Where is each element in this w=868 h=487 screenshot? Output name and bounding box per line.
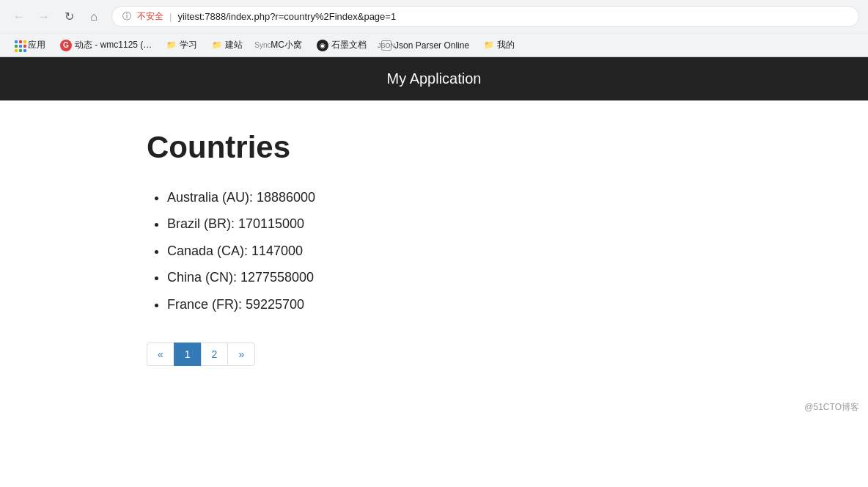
bookmark-wode[interactable]: 📁 我的 (478, 37, 521, 54)
sync-icon: Sync (257, 40, 268, 51)
app-title: My Application (387, 70, 482, 87)
bookmark-apps-label: 应用 (28, 39, 45, 51)
bookmark-grammarly-label: 动态 - wmc1125 (… (75, 39, 152, 51)
bookmark-mc[interactable]: Sync MC小窝 (251, 37, 308, 54)
grammarly-icon: G (60, 40, 72, 51)
bookmark-jianzhan-label: 建站 (225, 39, 243, 51)
main-content: Countries Australia (AU): 18886000Brazil… (0, 100, 868, 395)
folder-icon-jianzhan: 📁 (212, 40, 222, 51)
folder-icon-wode: 📁 (484, 40, 494, 51)
pagination-next[interactable]: » (227, 343, 255, 366)
bookmarks-bar: 应用 G 动态 - wmc1125 (… 📁 学习 📁 建站 Sync MC小窝… (0, 33, 868, 56)
folder-icon-study: 📁 (166, 40, 177, 51)
address-bar[interactable]: ⓘ 不安全 | yiitest:7888/index.php?r=country… (111, 6, 859, 27)
bookmark-shimo[interactable]: ◉ 石墨文档 (311, 37, 372, 54)
home-button[interactable]: ⌂ (84, 7, 104, 27)
insecure-label: 不安全 (137, 10, 163, 23)
bookmark-jsonparser-label: Json Parser Online (394, 40, 469, 51)
list-item: Australia (AU): 18886000 (167, 186, 721, 209)
apps-grid-icon (15, 40, 25, 51)
bookmark-study[interactable]: 📁 学习 (161, 37, 203, 54)
nav-buttons: ← → ↻ ⌂ (9, 7, 104, 27)
security-icon: ⓘ (122, 10, 131, 23)
browser-chrome: ← → ↻ ⌂ ⓘ 不安全 | yiitest:7888/index.php?r… (0, 0, 868, 57)
list-item: France (FR): 59225700 (167, 293, 721, 316)
json-icon: JSON (381, 40, 391, 51)
pagination-page-1[interactable]: 1 (174, 343, 201, 366)
bookmark-jsonparser[interactable]: JSON Json Parser Online (375, 38, 475, 53)
url-text: yiitest:7888/index.php?r=country%2Findex… (177, 11, 396, 22)
pagination-page-2[interactable]: 2 (201, 343, 228, 366)
bookmark-grammarly[interactable]: G 动态 - wmc1125 (… (54, 37, 158, 54)
browser-toolbar: ← → ↻ ⌂ ⓘ 不安全 | yiitest:7888/index.php?r… (0, 0, 868, 33)
separator: | (169, 11, 172, 22)
countries-list: Australia (AU): 18886000Brazil (BR): 170… (147, 186, 721, 316)
watermark: @51CTO博客 (0, 395, 868, 420)
shimo-icon: ◉ (317, 40, 328, 51)
reload-button[interactable]: ↻ (59, 7, 79, 27)
bookmark-apps[interactable]: 应用 (9, 37, 51, 54)
pagination: « 12» (147, 343, 721, 366)
bookmark-wode-label: 我的 (497, 39, 515, 51)
list-item: China (CN): 1277558000 (167, 266, 721, 289)
list-item: Brazil (BR): 170115000 (167, 212, 721, 235)
bookmark-shimo-label: 石墨文档 (331, 39, 367, 51)
bookmark-mc-label: MC小窝 (271, 39, 302, 51)
app-header: My Application (0, 57, 868, 100)
forward-button[interactable]: → (34, 7, 54, 27)
bookmark-jianzhan[interactable]: 📁 建站 (206, 37, 249, 54)
pagination-prev[interactable]: « (147, 343, 174, 366)
bookmark-study-label: 学习 (180, 39, 197, 51)
list-item: Canada (CA): 1147000 (167, 239, 721, 263)
page-title: Countries (147, 130, 721, 165)
back-button[interactable]: ← (9, 7, 29, 27)
watermark-text: @51CTO博客 (804, 402, 859, 412)
